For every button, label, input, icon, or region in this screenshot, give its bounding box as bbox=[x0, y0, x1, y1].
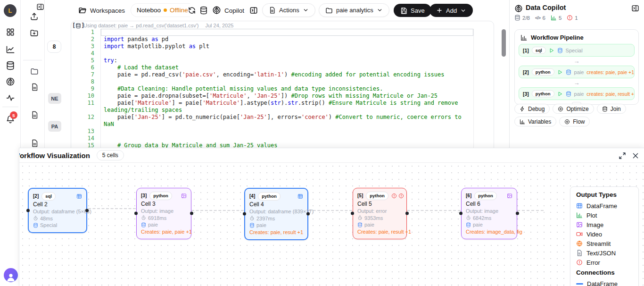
panel-toggle-icon[interactable] bbox=[36, 3, 44, 11]
notebook-tab[interactable]: Noteboo Offline bbox=[131, 3, 190, 17]
user-avatar[interactable] bbox=[4, 268, 18, 282]
code-editor[interactable]: [ ] Using dataset: paie → pd.read_csv('d… bbox=[71, 21, 494, 148]
line-number: 9 bbox=[71, 85, 101, 93]
copilot-button-debug[interactable]: Debug bbox=[514, 104, 550, 114]
database-icon bbox=[514, 15, 520, 21]
bar-chart-icon bbox=[520, 34, 528, 41]
notebook-file-icon[interactable] bbox=[31, 83, 39, 91]
workflow-cell-cell-3[interactable]: [3]pythonCell 3Output: image6918mspaieCr… bbox=[136, 188, 191, 239]
notifications-badge: 5 bbox=[10, 111, 17, 119]
line-number: 7 bbox=[71, 71, 101, 78]
cell-output: Output: dataframe (5×68) bbox=[33, 208, 82, 215]
duration-value: 48ms bbox=[40, 215, 53, 222]
connection-dot-left[interactable] bbox=[26, 209, 30, 212]
file-tab-ne[interactable]: NE bbox=[48, 93, 61, 104]
file-tab-pa[interactable]: PA bbox=[48, 121, 61, 132]
line-text: import pandas as pd bbox=[101, 36, 473, 43]
folder-icon[interactable] bbox=[30, 67, 39, 76]
save-button[interactable]: Save bbox=[394, 4, 431, 17]
add-button[interactable]: Add bbox=[429, 4, 473, 17]
cell-creates: Creates: paie, result +1 bbox=[249, 229, 303, 236]
editor-scrollbar[interactable] bbox=[502, 29, 506, 57]
brain-icon[interactable] bbox=[6, 77, 15, 86]
cell-name: Cell 3 bbox=[141, 200, 187, 208]
lightning-icon bbox=[520, 106, 525, 112]
expand-icon[interactable] bbox=[619, 152, 626, 160]
line-text: # Load the dataset bbox=[101, 64, 473, 71]
activity-pulse-icon[interactable] bbox=[6, 93, 15, 102]
image-icon bbox=[507, 193, 512, 199]
dataset-value: paie bbox=[473, 221, 483, 228]
database-icon[interactable] bbox=[199, 6, 208, 15]
legend-label: Plot bbox=[586, 212, 597, 219]
cell-output-icons bbox=[507, 193, 512, 199]
workflow-canvas[interactable]: [2]sqlCell 2Output: dataframe (5×68)48ms… bbox=[19, 163, 644, 286]
workflow-cell-cell-5[interactable]: [5]pythonCell 5Output: error9353mspaieCr… bbox=[353, 188, 407, 239]
code-line: 10 paie = paie.dropna(subset=['Matricule… bbox=[71, 93, 473, 100]
chart-line-icon[interactable] bbox=[6, 45, 15, 54]
close-icon[interactable] bbox=[632, 152, 639, 160]
cell-duration: 2397ms bbox=[249, 215, 303, 222]
datasets-stat: 2/8 bbox=[514, 15, 530, 21]
connection-dot-left[interactable] bbox=[134, 212, 138, 215]
workflow-cell-cell-2[interactable]: [2]sqlCell 2Output: dataframe (5×68)48ms… bbox=[28, 188, 87, 233]
upload-icon[interactable] bbox=[30, 12, 39, 21]
connection-dot-left[interactable] bbox=[243, 212, 246, 216]
clock-icon bbox=[466, 215, 471, 220]
chevron-down-icon bbox=[303, 7, 309, 13]
workflow-cell-cell-4[interactable]: [4]pythonCell 4Output: dataframe (839×17… bbox=[244, 188, 308, 240]
dashboard-grid-icon[interactable] bbox=[6, 27, 15, 37]
panel-collapse-icon[interactable] bbox=[631, 4, 639, 12]
play-icon bbox=[557, 91, 563, 97]
error-icon bbox=[567, 15, 573, 21]
copilot-brain-icon[interactable] bbox=[212, 6, 221, 15]
files-count-button[interactable]: 8 bbox=[47, 41, 61, 53]
notebook-file-icon[interactable] bbox=[31, 111, 39, 119]
workspace-avatar[interactable]: L bbox=[4, 4, 17, 17]
cell-output: Output: image bbox=[141, 208, 187, 215]
pipeline-step[interactable]: [1]sqlSpecial bbox=[519, 44, 635, 57]
workspaces-folder-icon[interactable] bbox=[78, 6, 87, 15]
folder-plus-icon[interactable] bbox=[30, 28, 39, 37]
actions-dropdown[interactable]: Actions bbox=[262, 3, 315, 17]
copilot-button-join[interactable]: Join bbox=[597, 104, 626, 114]
notebook-file-icon[interactable] bbox=[31, 139, 39, 147]
connection-dot-right[interactable] bbox=[190, 212, 193, 215]
workflow-pipeline-card: Workflow Pipeline [1]sqlSpecial→[2]pytho… bbox=[514, 29, 639, 105]
step-index: [1] bbox=[523, 48, 529, 53]
connection-dot-right[interactable] bbox=[516, 212, 519, 215]
duration-value: 9353ms bbox=[364, 215, 383, 222]
workflow-cell-cell-6[interactable]: [6]pythonCell 6Output: image6842mspaieCr… bbox=[461, 188, 517, 239]
table-icon bbox=[297, 193, 303, 199]
copilot-button-flow[interactable]: Flow bbox=[559, 117, 590, 126]
pipeline-step[interactable]: [2]pythonpaiecreates: paie, paie +1 bbox=[519, 66, 635, 78]
dataset-value: Special bbox=[40, 222, 57, 229]
panel-toggle-icon[interactable] bbox=[249, 6, 258, 15]
copilot-label[interactable]: Copilot bbox=[224, 7, 244, 14]
legend-item-video: Video bbox=[576, 229, 633, 239]
cell-dataset: paie bbox=[249, 222, 303, 229]
legend-item-text-json: Text/JSON bbox=[576, 248, 633, 258]
connection-dot-left[interactable] bbox=[459, 212, 462, 215]
workspaces-label[interactable]: Workspaces bbox=[90, 7, 125, 14]
copilot-button-variables[interactable]: Variables bbox=[514, 117, 556, 126]
refresh-icon[interactable] bbox=[188, 6, 196, 15]
panel-title: Data Copilot bbox=[526, 4, 566, 11]
project-dropdown[interactable]: paie analytics bbox=[319, 3, 389, 17]
connection-dot-right[interactable] bbox=[85, 209, 89, 212]
cell-creates: Creates: image_data, fig bbox=[466, 228, 512, 236]
dataset-banner-text: Using dataset: paie → pd.read_csv('datas… bbox=[83, 23, 199, 28]
cell-index: [4] bbox=[249, 193, 255, 200]
database-icon bbox=[557, 48, 563, 53]
sidebar-divider bbox=[23, 60, 42, 60]
cell-output: Output: image bbox=[466, 208, 512, 215]
line-text: # Group data by Matricule and sum Jan-25… bbox=[101, 142, 473, 148]
copilot-button-optimize[interactable]: Optimize bbox=[553, 104, 594, 114]
code-lines[interactable]: 12import pandas as pd3import matplotlib.… bbox=[71, 29, 474, 148]
cell-header: [5]python bbox=[357, 192, 402, 200]
connection-dot-right[interactable] bbox=[306, 212, 310, 216]
connection-dot-right[interactable] bbox=[405, 212, 409, 215]
database-icon[interactable] bbox=[6, 61, 15, 70]
pipeline-step[interactable]: [3]pythonpaiecreates: paie, result +1 bbox=[519, 87, 635, 100]
connection-dot-left[interactable] bbox=[351, 212, 354, 215]
